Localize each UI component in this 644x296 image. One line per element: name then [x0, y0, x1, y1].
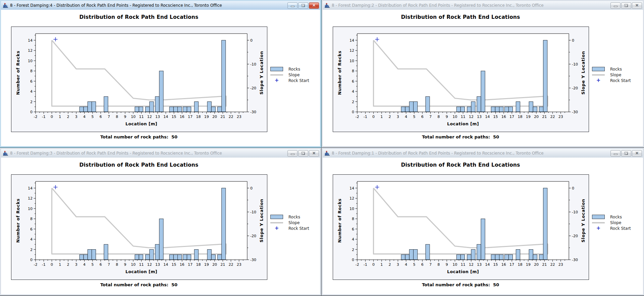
svg-text:4: 4 — [352, 237, 354, 242]
legend-item-rock-start: + Rock Start — [270, 225, 320, 231]
legend-label: Rocks — [605, 67, 622, 72]
chart-client-area: Distribution of Rock Path End Locations … — [1, 158, 320, 294]
legend-item-slope: Slope — [591, 220, 642, 225]
svg-text:14: 14 — [163, 262, 168, 267]
svg-text:22: 22 — [229, 262, 233, 267]
svg-text:-1: -1 — [364, 115, 367, 119]
svg-text:6: 6 — [30, 227, 33, 231]
close-icon: ✕ — [312, 3, 316, 7]
svg-text:8: 8 — [352, 217, 354, 221]
svg-text:-10: -10 — [572, 62, 578, 67]
svg-text:0: 0 — [372, 262, 375, 267]
svg-text:-20: -20 — [250, 86, 256, 90]
svg-text:-30: -30 — [250, 258, 256, 262]
svg-text:8: 8 — [437, 115, 440, 119]
legend-label: Slope — [605, 73, 621, 77]
svg-text:8: 8 — [437, 262, 440, 267]
titlebar[interactable]: 8 - Forest Damping:3 - Distribution of R… — [1, 149, 320, 158]
svg-text:2: 2 — [30, 100, 33, 104]
svg-text:19: 19 — [204, 115, 209, 119]
histogram-plot: -2-1012345678910111213141516171819202122… — [333, 175, 588, 279]
restore-button[interactable] — [621, 2, 631, 9]
svg-text:19: 19 — [526, 262, 531, 267]
close-button[interactable]: ✕ — [309, 150, 319, 157]
close-button[interactable]: ✕ — [632, 150, 642, 157]
minimize-button[interactable] — [610, 150, 621, 157]
histogram-plot: -2-1012345678910111213141516171819202122… — [333, 27, 588, 131]
total-paths-value: 50 — [171, 134, 177, 139]
svg-text:8: 8 — [30, 217, 33, 221]
histogram-window-icon — [324, 3, 330, 8]
svg-text:22: 22 — [550, 262, 555, 267]
svg-text:6: 6 — [352, 79, 354, 84]
svg-text:Number of Rocks: Number of Rocks — [337, 50, 342, 95]
legend-item-slope: Slope — [270, 72, 320, 78]
close-icon: ✕ — [635, 151, 639, 155]
svg-text:-2: -2 — [356, 115, 359, 119]
total-paths-value: 50 — [171, 282, 177, 287]
minimize-button[interactable] — [287, 2, 298, 9]
svg-text:14: 14 — [350, 38, 354, 43]
minimize-button[interactable] — [610, 2, 621, 9]
svg-text:Slope Y Location: Slope Y Location — [581, 199, 586, 243]
svg-text:-1: -1 — [42, 115, 46, 119]
svg-text:Location [m]: Location [m] — [125, 121, 157, 126]
window-controls: ✕ — [287, 2, 319, 9]
restore-button[interactable] — [621, 150, 631, 157]
restore-button[interactable] — [298, 150, 308, 157]
close-button[interactable]: ✕ — [309, 2, 319, 9]
svg-text:18: 18 — [196, 262, 201, 267]
legend-label: Rock Start — [605, 226, 631, 231]
svg-text:12: 12 — [147, 115, 152, 119]
window-forest-damping-4: 8 - Forest Damping:4 - Distribution of R… — [0, 0, 321, 147]
svg-text:0: 0 — [352, 110, 354, 114]
svg-text:20: 20 — [212, 262, 217, 267]
total-paths-text: Total number of rock paths:50 — [11, 134, 267, 139]
svg-text:16: 16 — [180, 262, 184, 267]
legend-item-rocks: Rocks — [591, 214, 642, 220]
minimize-button[interactable] — [287, 150, 298, 157]
total-paths-value: 50 — [493, 282, 499, 287]
svg-text:2: 2 — [352, 248, 354, 252]
window-controls: ✕ — [610, 2, 642, 9]
histogram-plot: -2-1012345678910111213141516171819202122… — [11, 175, 266, 279]
svg-text:23: 23 — [558, 262, 563, 267]
svg-text:10: 10 — [28, 207, 33, 211]
svg-text:23: 23 — [237, 262, 241, 267]
svg-text:3: 3 — [397, 262, 399, 267]
restore-icon — [302, 152, 305, 155]
titlebar[interactable]: 8 - Forest Damping:1 - Distribution of R… — [323, 149, 643, 158]
svg-text:2: 2 — [30, 248, 33, 252]
window-forest-damping-3: 8 - Forest Damping:3 - Distribution of R… — [0, 148, 321, 295]
svg-text:14: 14 — [28, 186, 33, 191]
legend: Rocks Slope + Rock Start — [591, 66, 642, 83]
legend-item-rock-start: + Rock Start — [591, 225, 642, 231]
svg-text:12: 12 — [469, 115, 474, 119]
svg-text:12: 12 — [350, 196, 354, 201]
legend: Rocks Slope + Rock Start — [270, 66, 320, 83]
legend-label: Rock Start — [284, 226, 309, 231]
window-title: 8 - Forest Damping:1 - Distribution of R… — [330, 149, 608, 158]
window-title: 8 - Forest Damping:3 - Distribution of R… — [8, 149, 285, 158]
svg-text:6: 6 — [352, 227, 354, 231]
svg-text:4: 4 — [352, 89, 354, 94]
svg-text:Location [m]: Location [m] — [447, 269, 479, 274]
titlebar[interactable]: 8 - Forest Damping:2 - Distribution of R… — [323, 1, 643, 10]
svg-text:16: 16 — [501, 262, 506, 267]
chart-title: Distribution of Rock Path End Locations — [333, 14, 588, 20]
legend: Rocks Slope + Rock Start — [270, 214, 320, 231]
svg-text:22: 22 — [550, 115, 555, 119]
legend-item-slope: Slope — [270, 220, 320, 225]
svg-text:14: 14 — [485, 262, 490, 267]
svg-text:-30: -30 — [572, 110, 578, 114]
svg-text:11: 11 — [139, 262, 144, 267]
chart-client-area: Distribution of Rock Path End Locations … — [1, 10, 320, 146]
titlebar[interactable]: 8 - Forest Damping:4 - Distribution of R… — [1, 1, 320, 10]
close-button[interactable]: ✕ — [632, 2, 642, 9]
slope-swatch-icon — [592, 74, 605, 76]
restore-button[interactable] — [298, 2, 308, 9]
slope-swatch-icon — [270, 222, 283, 223]
svg-text:15: 15 — [493, 115, 498, 119]
total-paths-value: 50 — [493, 134, 499, 139]
svg-text:Slope Y Location: Slope Y Location — [581, 51, 586, 95]
